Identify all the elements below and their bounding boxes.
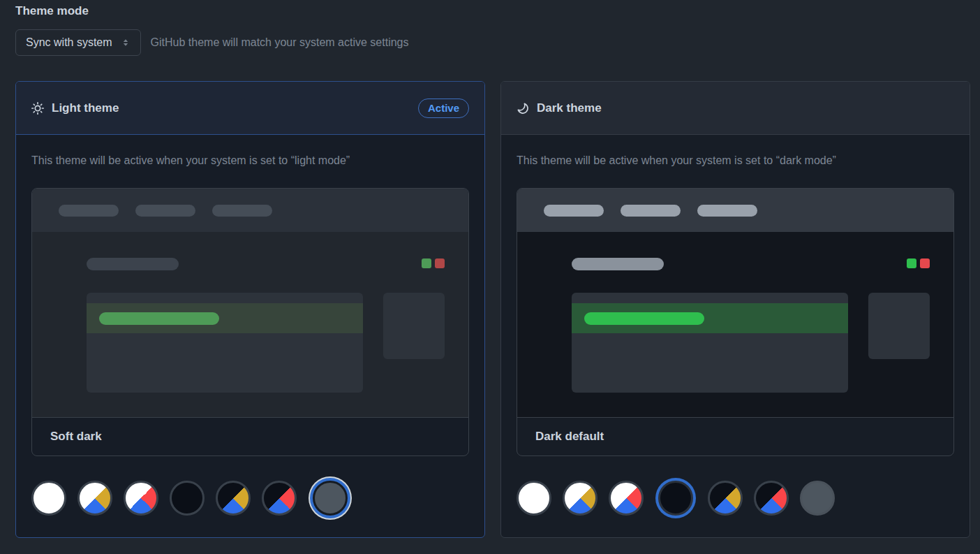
preview-nav-pill (544, 205, 604, 217)
preview-main-area (32, 232, 468, 417)
theme-mode-heading: Theme mode (15, 4, 970, 18)
swatch-soft-dark-selected[interactable] (313, 481, 348, 516)
preview-content-block (572, 293, 848, 393)
swatch-dark-default[interactable] (170, 481, 205, 516)
dark-theme-card-body: This theme will be active when your syst… (501, 135, 970, 537)
theme-cards: Light theme Active This theme will be ac… (15, 81, 970, 538)
light-theme-title: Light theme (52, 101, 119, 115)
dark-theme-title: Dark theme (537, 101, 602, 115)
light-theme-description: This theme will be active when your syst… (31, 154, 469, 167)
dark-card-swatch-row (517, 474, 954, 522)
theme-mode-select[interactable]: Sync with system (15, 29, 141, 56)
preview-green-pill (584, 312, 704, 325)
light-card-swatch-row (31, 474, 469, 522)
preview-footer: Dark default (517, 417, 953, 455)
red-dot (920, 258, 930, 268)
green-dot (907, 258, 916, 268)
preview-nav-pill (621, 205, 681, 217)
preview-topbar (517, 189, 953, 232)
active-badge: Active (418, 99, 469, 118)
preview-nav-pill (697, 205, 757, 217)
light-theme-card-body: This theme will be active when your syst… (16, 135, 484, 537)
appearance-settings-page: Theme mode Sync with system GitHub theme… (0, 0, 980, 538)
red-dot (435, 258, 445, 268)
preview-title-pill (572, 258, 664, 270)
preview-nav-pill (59, 205, 119, 217)
preview-content-block (87, 293, 363, 393)
dark-theme-card-header: Dark theme (501, 82, 970, 135)
swatch-dark-default-selected[interactable] (658, 481, 693, 516)
theme-mode-select-value: Sync with system (26, 36, 112, 49)
green-dot (422, 258, 431, 268)
swatch-light-tritanopia[interactable] (124, 481, 158, 516)
swatch-light-colorblind[interactable] (77, 481, 112, 516)
preview-sidebar-block (868, 293, 930, 359)
swatch-light-default[interactable] (31, 481, 66, 516)
dark-theme-description: This theme will be active when your syst… (517, 154, 954, 167)
selected-theme-name: Dark default (535, 430, 604, 444)
moon-icon (517, 102, 529, 115)
sun-icon (31, 102, 44, 115)
preview-highlight-row (87, 303, 363, 333)
preview-footer: Soft dark (32, 417, 468, 455)
swatch-light-default[interactable] (517, 481, 551, 516)
preview-topbar (32, 189, 468, 232)
dark-default-theme-preview: Dark default (517, 188, 954, 456)
swatch-dark-tritanopia[interactable] (754, 481, 789, 516)
preview-nav-pill (212, 205, 272, 217)
preview-sidebar-block (383, 293, 445, 359)
swatch-light-tritanopia[interactable] (609, 481, 644, 516)
light-theme-card-header: Light theme Active (16, 82, 484, 135)
dark-theme-card: Dark theme This theme will be active whe… (500, 81, 970, 538)
preview-status-dots (422, 258, 445, 268)
theme-mode-description: GitHub theme will match your system acti… (151, 36, 409, 49)
theme-mode-row: Sync with system GitHub theme will match… (15, 29, 970, 56)
preview-title-pill (87, 258, 179, 270)
preview-nav-pill (135, 205, 195, 217)
swatch-light-colorblind[interactable] (563, 481, 597, 516)
swatch-dark-tritanopia[interactable] (262, 481, 297, 516)
swatch-dark-colorblind[interactable] (708, 481, 743, 516)
preview-green-pill (99, 312, 219, 325)
soft-dark-theme-preview: Soft dark (31, 188, 469, 456)
swatch-soft-dark[interactable] (800, 481, 835, 516)
preview-highlight-row (572, 303, 848, 333)
preview-status-dots (907, 258, 930, 268)
preview-main-area (517, 232, 953, 417)
light-theme-card: Light theme Active This theme will be ac… (15, 81, 485, 538)
sort-arrows-icon (121, 38, 131, 48)
swatch-dark-colorblind[interactable] (216, 481, 251, 516)
selected-theme-name: Soft dark (50, 430, 102, 444)
